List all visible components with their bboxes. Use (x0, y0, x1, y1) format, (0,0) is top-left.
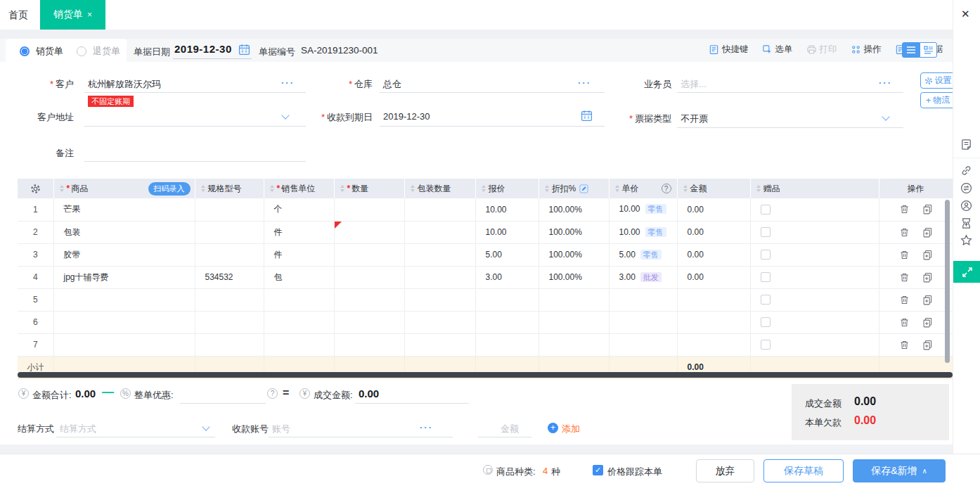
list-view-button[interactable] (902, 42, 920, 58)
cell-quote[interactable] (475, 333, 539, 356)
note-icon[interactable] (960, 138, 973, 151)
transfer-icon[interactable] (960, 181, 973, 195)
toolbar-action-select[interactable]: 选单 (762, 44, 793, 56)
toolbar-action-print[interactable]: 打印 (806, 44, 837, 56)
date-value[interactable]: 2019-12-30 (174, 43, 232, 55)
settle-method-chevron-down-icon[interactable] (202, 423, 209, 430)
due-date-calendar-icon[interactable] (581, 110, 593, 124)
cell-product[interactable]: 芒果 (53, 198, 195, 221)
cell-qty[interactable] (334, 221, 404, 243)
gift-checkbox[interactable] (761, 205, 771, 215)
price-type-badge[interactable]: 零售 (645, 227, 666, 237)
receive-account-picker-icon[interactable]: ··· (420, 424, 433, 431)
radio-sales-label[interactable]: 销货单 (36, 46, 63, 56)
cell-spec[interactable] (195, 243, 264, 266)
duplicate-row-icon[interactable] (922, 272, 933, 283)
price-track-checkbox[interactable]: ✓ (593, 465, 603, 475)
cell-product[interactable] (53, 333, 195, 356)
column-settings-gear-icon[interactable] (18, 179, 53, 198)
sort-icon[interactable] (201, 185, 205, 192)
link-icon[interactable] (960, 164, 973, 177)
col-header-discount[interactable]: 折扣% (539, 179, 609, 198)
gift-checkbox[interactable] (761, 250, 771, 260)
receive-account-input[interactable]: 账号 (272, 423, 290, 435)
delete-row-icon[interactable] (899, 317, 910, 328)
cell-quote[interactable]: 3.00 (475, 266, 539, 288)
cell-qty[interactable] (334, 243, 404, 266)
cell-unit[interactable]: 件 (264, 243, 334, 266)
gift-checkbox[interactable] (761, 340, 771, 350)
due-date-input[interactable]: 2019-12-30 (383, 111, 430, 122)
cell-quote[interactable] (475, 311, 539, 333)
currency-icon[interactable] (960, 217, 973, 230)
cell-product[interactable]: jpg十辅导费 (53, 266, 195, 288)
sort-icon[interactable] (270, 185, 274, 192)
warehouse-picker-icon[interactable]: ··· (578, 79, 591, 87)
cell-spec[interactable] (195, 221, 264, 243)
cell-discount[interactable]: 100.00% (539, 221, 609, 243)
cell-spec[interactable] (195, 198, 264, 221)
cell-price[interactable]: 10.00零售 (609, 221, 677, 243)
add-account-plus-icon[interactable]: + (548, 423, 558, 433)
salesman-picker-icon[interactable]: ··· (879, 79, 892, 87)
save-draft-button[interactable]: 保存草稿 (763, 459, 844, 482)
cell-amount[interactable]: 0.00 (677, 266, 750, 288)
sort-icon[interactable] (482, 185, 486, 192)
cell-qty[interactable] (334, 266, 404, 288)
cell-product[interactable]: 包装 (53, 221, 195, 243)
cell-gift[interactable] (750, 311, 879, 333)
cell-pkg[interactable] (404, 333, 475, 356)
sort-icon[interactable] (683, 185, 688, 192)
col-header-ops[interactable]: 操作 (879, 179, 953, 198)
delete-row-icon[interactable] (899, 295, 910, 305)
settings-button[interactable]: 设置 (920, 72, 955, 89)
cell-unit[interactable]: 包 (264, 266, 334, 288)
cell-gift[interactable] (750, 221, 879, 243)
cell-pkg[interactable] (404, 288, 475, 311)
cell-pkg[interactable] (404, 221, 475, 243)
cell-pkg[interactable] (404, 266, 475, 288)
calendar-icon[interactable] (238, 44, 250, 58)
delete-row-icon[interactable] (899, 340, 910, 350)
cell-product[interactable] (53, 288, 195, 311)
gift-checkbox[interactable] (761, 227, 771, 237)
cell-quote[interactable] (475, 288, 539, 311)
cell-price[interactable] (609, 288, 677, 311)
price-help-icon[interactable]: ? (662, 184, 671, 193)
sort-icon[interactable] (340, 185, 344, 192)
salesman-input[interactable]: 选择... (681, 78, 707, 91)
col-header-amount[interactable]: 金额 (677, 179, 750, 198)
person-icon[interactable] (960, 199, 973, 212)
address-chevron-down-icon[interactable] (281, 111, 289, 119)
duplicate-row-icon[interactable] (922, 250, 933, 260)
cell-discount[interactable] (539, 288, 609, 311)
radio-return-order[interactable] (77, 46, 86, 56)
sort-icon[interactable] (756, 185, 761, 192)
cell-amount[interactable] (677, 311, 750, 333)
sort-icon[interactable] (615, 185, 619, 192)
col-header-price[interactable]: 单价? (609, 179, 677, 198)
cell-unit[interactable] (264, 311, 334, 333)
deal-amount-value[interactable]: 0.00 (359, 388, 379, 399)
radio-return-label[interactable]: 退货单 (93, 46, 120, 56)
scan-input-button[interactable]: 扫码录入 (148, 182, 191, 196)
cell-amount[interactable]: 0.00 (677, 198, 750, 221)
cell-product[interactable] (53, 311, 195, 333)
logistics-button[interactable]: + 物流 (920, 92, 955, 108)
cell-pkg[interactable] (404, 311, 475, 333)
col-header-spec[interactable]: 规格型号 (195, 179, 264, 198)
col-header-gift[interactable]: 赠品 (750, 179, 879, 198)
cell-gift[interactable] (750, 288, 879, 311)
abandon-button[interactable]: 放弃 (696, 459, 754, 482)
cell-discount[interactable]: 100.00% (539, 198, 609, 221)
save-and-new-button[interactable]: 保存&新增 ∧ (853, 459, 946, 482)
help-icon[interactable]: ? (267, 388, 278, 399)
gift-checkbox[interactable] (761, 272, 771, 282)
table-vertical-scrollbar[interactable] (945, 200, 950, 363)
col-header-qty[interactable]: *数量 (334, 179, 404, 198)
sort-icon[interactable] (545, 185, 549, 192)
expand-icon[interactable] (953, 261, 980, 283)
receive-amount-input[interactable]: 金额 (501, 423, 519, 435)
edit-discount-icon[interactable] (579, 184, 588, 193)
cell-discount[interactable] (539, 311, 609, 333)
